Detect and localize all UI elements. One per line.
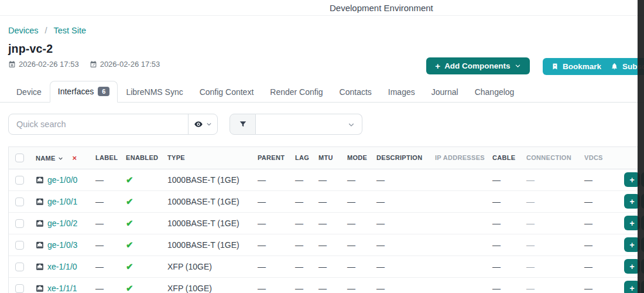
breadcrumb-separator: /	[45, 26, 47, 35]
row-checkbox[interactable]	[15, 176, 24, 185]
add-components-button[interactable]: + Add Components	[426, 57, 530, 74]
label-cell: —	[94, 255, 125, 277]
description-cell: —	[375, 255, 434, 277]
mtu-cell: —	[317, 212, 346, 234]
interface-link[interactable]: ge-1/0/3	[47, 240, 77, 250]
tab-render-config[interactable]: Render Config	[262, 81, 331, 103]
parent-cell: —	[256, 234, 294, 255]
column-header-description[interactable]: Description	[375, 147, 434, 169]
interface-link[interactable]: ge-1/0/1	[47, 197, 77, 206]
label-cell: —	[94, 277, 125, 293]
interface-link[interactable]: xe-1/1/1	[47, 284, 77, 293]
connection-cell: —	[525, 277, 583, 293]
mode-cell: —	[346, 255, 375, 277]
filter-select[interactable]	[256, 114, 362, 135]
row-checkbox[interactable]	[15, 263, 24, 271]
quick-search-group	[8, 114, 218, 135]
cable-cell: —	[491, 234, 525, 255]
table-row: ge-1/0/1 — ✔ 1000BASE-T (1GE) — — — — — …	[9, 190, 644, 212]
cable-cell: —	[491, 169, 525, 190]
column-header-enabled[interactable]: Enabled	[125, 147, 166, 169]
calendar-plus-icon	[8, 60, 16, 68]
interface-link[interactable]: ge-1/0/0	[47, 175, 77, 185]
parent-cell: —	[256, 190, 294, 212]
connection-cell: —	[525, 255, 583, 277]
description-cell: —	[375, 212, 434, 234]
column-visibility-toggle[interactable]	[188, 114, 217, 134]
tab-config-context[interactable]: Config Context	[191, 81, 262, 103]
column-header-parent[interactable]: Parent	[256, 147, 294, 169]
filter-button[interactable]	[229, 114, 256, 135]
column-header-ip-addresses[interactable]: IP Addresses	[434, 147, 491, 169]
breadcrumb-link-site[interactable]: Test Site	[53, 26, 86, 35]
tab-changelog[interactable]: Changelog	[467, 81, 523, 103]
mtu-cell: —	[317, 234, 346, 255]
connection-cell: —	[525, 234, 583, 255]
mode-cell: —	[346, 277, 375, 293]
breadcrumb: Devices / Test Site	[8, 26, 644, 35]
interfaces-table-card: Name×LabelEnabledTypeParentLAGMTUModeDes…	[8, 146, 644, 293]
label-cell: —	[94, 169, 125, 190]
column-header-connection[interactable]: Connection	[525, 147, 583, 169]
row-checkbox[interactable]	[15, 284, 24, 293]
mode-cell: —	[346, 169, 375, 190]
type-cell: XFP (10GE)	[166, 277, 256, 293]
lag-cell: —	[294, 234, 317, 255]
cable-cell: —	[491, 277, 525, 293]
type-cell: 1000BASE-T (1GE)	[166, 234, 256, 255]
parent-cell: —	[256, 169, 294, 190]
column-header-lag[interactable]: LAG	[294, 147, 317, 169]
bookmark-button[interactable]: Bookmark	[543, 58, 610, 75]
parent-cell: —	[256, 212, 294, 234]
table-toolbar	[8, 114, 644, 135]
column-header-cable[interactable]: Cable	[491, 147, 525, 169]
vdcs-cell: —	[583, 277, 618, 293]
check-icon: ✔	[126, 218, 133, 228]
clear-sort-icon[interactable]: ×	[73, 154, 77, 162]
tab-interfaces[interactable]: Interfaces 6	[50, 81, 118, 103]
interfaces-table: Name×LabelEnabledTypeParentLAGMTUModeDes…	[9, 147, 644, 293]
column-header-label[interactable]: Label	[94, 147, 125, 169]
tab-images[interactable]: Images	[380, 81, 423, 103]
created-timestamp: 2026-02-26 17:53	[19, 60, 79, 69]
interface-link[interactable]: xe-1/1/0	[47, 262, 77, 271]
breadcrumb-link-devices[interactable]: Devices	[8, 26, 39, 35]
table-row: xe-1/1/0 — ✔ XFP (10GE) — — — — — — — — …	[9, 255, 644, 277]
quick-search-input[interactable]	[9, 114, 188, 134]
ethernet-icon	[36, 219, 44, 227]
check-icon: ✔	[126, 196, 133, 206]
table-row: xe-1/1/1 — ✔ XFP (10GE) — — — — — — — — …	[9, 277, 644, 293]
column-header-vdcs[interactable]: VDCs	[583, 147, 618, 169]
cable-cell: —	[491, 190, 525, 212]
ip-addresses-cell	[434, 277, 491, 293]
tab-device[interactable]: Device	[8, 81, 50, 103]
calendar-edit-icon	[90, 60, 97, 68]
select-all-checkbox[interactable]	[15, 154, 24, 162]
check-icon: ✔	[126, 240, 133, 250]
bell-plus-icon	[611, 63, 618, 70]
column-header-mode[interactable]: Mode	[346, 147, 375, 169]
tab-librenms-sync[interactable]: LibreNMS Sync	[118, 81, 191, 103]
ip-addresses-cell	[434, 234, 491, 255]
cable-cell: —	[491, 212, 525, 234]
updated-timestamp: 2026-02-26 17:53	[100, 60, 160, 69]
column-header-mtu[interactable]: MTU	[317, 147, 346, 169]
tab-contacts[interactable]: Contacts	[331, 81, 380, 103]
mtu-cell: —	[317, 255, 346, 277]
mtu-cell: —	[317, 277, 346, 293]
column-header-type[interactable]: Type	[166, 147, 256, 169]
connection-cell: —	[525, 212, 583, 234]
enabled-cell: ✔	[125, 234, 166, 255]
type-cell: 1000BASE-T (1GE)	[166, 190, 256, 212]
ethernet-icon	[36, 176, 44, 184]
column-header-name[interactable]: Name×	[35, 147, 94, 169]
check-icon: ✔	[126, 261, 133, 271]
lag-cell: —	[294, 190, 317, 212]
lag-cell: —	[294, 169, 317, 190]
row-checkbox[interactable]	[15, 219, 24, 228]
row-checkbox[interactable]	[15, 197, 24, 206]
connection-cell: —	[525, 169, 583, 190]
tab-journal[interactable]: Journal	[423, 81, 467, 103]
interface-link[interactable]: ge-1/0/2	[47, 219, 77, 228]
row-checkbox[interactable]	[15, 241, 24, 250]
